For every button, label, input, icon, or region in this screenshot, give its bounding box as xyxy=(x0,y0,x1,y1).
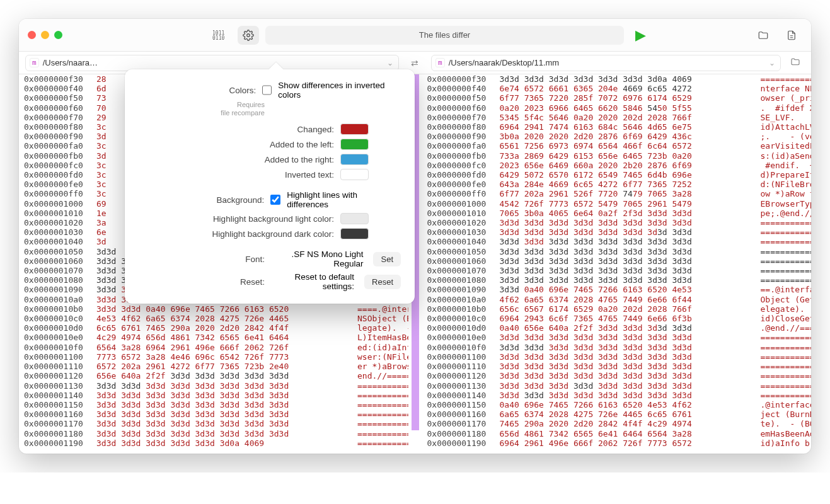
hex-row: 0x0000000f40 6e74 6572 6661 6365 204e 46… xyxy=(427,84,807,93)
binary-icon[interactable]: 10110110 xyxy=(207,26,231,45)
hl-dark-color-swatch[interactable] xyxy=(340,228,369,239)
svg-point-2 xyxy=(247,33,250,37)
hex-row: 0x0000001120 3d3d 3d3d 3d3d 3d3d 3d3d 3d… xyxy=(427,371,807,381)
hex-row: 0x00000010f0 6564 3a28 6964 2961 496e 66… xyxy=(24,343,403,352)
hex-row: 0x0000001140 3d3d 3d3d 3d3d 3d3d 3d3d 3d… xyxy=(427,391,807,400)
zoom-icon[interactable] xyxy=(54,31,62,39)
hex-row: 0x0000000f80 6964 2941 7474 6163 684c 56… xyxy=(427,122,807,132)
hex-row: 0x0000001190 6964 2961 496e 666f 2062 72… xyxy=(427,438,807,448)
hex-row: 0x0000000f50 6f77 7365 7220 285f 7072 69… xyxy=(427,93,807,103)
hex-row: 0x0000001070 3d3d 3d3d 3d3d 3d3d 3d3d 3d… xyxy=(427,266,807,275)
close-icon[interactable] xyxy=(28,31,36,39)
hex-row: 0x0000001130 3d3d 3d3d 3d3d 3d3d 3d3d 3d… xyxy=(427,381,807,391)
added-right-color-swatch[interactable] xyxy=(340,154,369,165)
hex-row: 0x0000000f70 5345 5f4c 5646 0a20 2020 20… xyxy=(427,113,807,122)
inverted-colors-checkbox[interactable] xyxy=(262,85,272,95)
hex-row: 0x0000001050 3d3d 3d3d 3d3d 3d3d 3d3d 3d… xyxy=(427,247,807,256)
settings-button[interactable] xyxy=(238,26,259,45)
hex-row: 0x00000010b0 3d3d 3d3d 0a40 696e 7465 72… xyxy=(24,304,403,314)
added-left-color-swatch[interactable] xyxy=(340,139,369,150)
window-controls[interactable] xyxy=(28,31,62,39)
hex-row: 0x0000001180 656d 4861 7342 6565 6e41 64… xyxy=(427,429,807,438)
hex-row: 0x00000010c0 6964 2943 6c6f 7365 4765 74… xyxy=(427,314,807,323)
hex-row: 0x00000010b0 656c 6567 6174 6529 0a20 20… xyxy=(427,304,807,314)
hex-row: 0x0000000f30 3d3d 3d3d 3d3d 3d3d 3d3d 3d… xyxy=(427,74,807,84)
hex-row: 0x0000001080 3d3d 3d3d 3d3d 3d3d 3d3d 3d… xyxy=(427,275,807,285)
chevron-down-icon[interactable]: ⌄ xyxy=(769,59,775,67)
hex-row: 0x00000010f0 3d3d 3d3d 3d3d 3d3d 3d3d 3d… xyxy=(427,343,807,352)
hex-row: 0x0000001140 3d3d 3d3d 3d3d 3d3d 3d3d 3d… xyxy=(24,391,403,400)
hex-row: 0x00000010e0 3d3d 3d3d 3d3d 3d3d 3d3d 3d… xyxy=(427,333,807,342)
svg-text:0110: 0110 xyxy=(212,35,224,41)
hex-row: 0x0000000fe0 643a 284e 4669 6c65 4272 6f… xyxy=(427,180,807,189)
hex-row: 0x0000001170 7465 290a 2020 2d20 2842 4f… xyxy=(427,419,807,428)
hex-row: 0x00000010e0 4c29 4974 656d 4861 7342 65… xyxy=(24,333,403,342)
hex-row: 0x0000000fb0 733a 2869 6429 6153 656e 64… xyxy=(427,151,807,161)
hl-light-color-swatch[interactable] xyxy=(340,213,369,224)
hex-row: 0x0000001040 3d3d 3d3d 3d3d 3d3d 3d3d 3d… xyxy=(427,237,807,246)
hex-row: 0x0000001150 3d3d 3d3d 3d3d 3d3d 3d3d 3d… xyxy=(24,400,403,410)
open-file-button[interactable] xyxy=(781,26,802,45)
hex-row: 0x0000001100 3d3d 3d3d 3d3d 3d3d 3d3d 3d… xyxy=(427,352,807,362)
hex-row: 0x0000001020 3d3d 3d3d 3d3d 3d3d 3d3d 3d… xyxy=(427,218,807,227)
hex-row: 0x00000010d0 6c65 6761 7465 290a 2020 2d… xyxy=(24,323,403,333)
hex-row: 0x0000001110 3d3d 3d3d 3d3d 3d3d 3d3d 3d… xyxy=(427,362,807,371)
left-path-input[interactable]: m /Users/naara… ⌄ xyxy=(25,55,399,71)
run-button[interactable]: ▶ xyxy=(630,26,651,45)
file-type-icon: m xyxy=(435,58,445,67)
hex-row: 0x00000010c0 4e53 4f62 6a65 6374 2028 42… xyxy=(24,314,403,323)
highlight-lines-checkbox[interactable] xyxy=(270,195,280,205)
hex-row: 0x0000001150 0a40 696e 7465 7266 6163 65… xyxy=(427,400,807,410)
settings-popover: Colors: Show differences in inverted col… xyxy=(125,69,415,304)
hex-row: 0x0000001160 3d3d 3d3d 3d3d 3d3d 3d3d 3d… xyxy=(24,410,403,419)
file-type-icon: m xyxy=(30,58,39,67)
right-path-input[interactable]: m /Users/naarak/Desktop/11.mm ⌄ xyxy=(431,55,781,71)
hex-row: 0x0000001010 7065 3b0a 4065 6e64 0a2f 2f… xyxy=(427,209,807,218)
hex-row: 0x0000000fc0 2023 656e 6469 660a 2020 2b… xyxy=(427,161,807,170)
hex-row: 0x0000001120 656e 640a 2f2f 3d3d 3d3d 3d… xyxy=(24,371,403,381)
hex-row: 0x0000000fa0 6561 7256 6973 6974 6564 46… xyxy=(427,141,807,151)
hex-row: 0x0000001030 3d3d 3d3d 3d3d 3d3d 3d3d 3d… xyxy=(427,227,807,237)
hex-row: 0x0000001190 3d3d 3d3d 3d3d 3d3d 3d3d 3d… xyxy=(24,438,403,448)
right-hex-pane[interactable]: 0x0000000f30 3d3d 3d3d 3d3d 3d3d 3d3d 3d… xyxy=(422,74,812,454)
hex-row: 0x0000000ff0 6f77 202a 2961 526f 7720 74… xyxy=(427,189,807,198)
inverted-text-color-swatch[interactable] xyxy=(340,169,369,180)
hex-row: 0x0000001130 3d3d 3d3d 3d3d 3d3d 3d3d 3d… xyxy=(24,381,403,391)
hex-row: 0x0000000fd0 6429 5072 6570 6172 6549 74… xyxy=(427,170,807,180)
hex-row: 0x0000001000 4542 726f 7773 6572 5479 70… xyxy=(427,199,807,209)
open-folder-button[interactable] xyxy=(752,26,775,45)
browse-button[interactable] xyxy=(786,57,805,69)
minimize-icon[interactable] xyxy=(41,31,49,39)
chevron-down-icon[interactable]: ⌄ xyxy=(387,59,393,67)
hex-row: 0x0000001110 6572 202a 2961 4272 6f77 73… xyxy=(24,362,403,371)
hex-row: 0x0000000f60 0a20 2023 6966 6465 6620 58… xyxy=(427,103,807,113)
hex-row: 0x0000001170 3d3d 3d3d 3d3d 3d3d 3d3d 3d… xyxy=(24,419,403,428)
hex-row: 0x00000010d0 0a40 656e 640a 2f2f 3d3d 3d… xyxy=(427,323,807,333)
hex-row: 0x0000001060 3d3d 3d3d 3d3d 3d3d 3d3d 3d… xyxy=(427,256,807,266)
set-font-button[interactable]: Set xyxy=(373,252,401,266)
hex-row: 0x0000001180 3d3d 3d3d 3d3d 3d3d 3d3d 3d… xyxy=(24,429,403,438)
hex-row: 0x00000010a0 4f62 6a65 6374 2028 4765 74… xyxy=(427,295,807,304)
hex-row: 0x0000001090 3d3d 0a40 696e 7465 7266 61… xyxy=(427,285,807,294)
hex-row: 0x0000001100 7773 6572 3a28 4e46 696c 65… xyxy=(24,352,403,362)
hex-row: 0x0000000f90 3b0a 2020 2020 2d20 2876 6f… xyxy=(427,132,807,141)
reset-button[interactable]: Reset xyxy=(364,275,401,289)
status-text: The files differ xyxy=(265,26,624,45)
hex-row: 0x0000001160 6a65 6374 2028 4275 726e 44… xyxy=(427,410,807,419)
changed-color-swatch[interactable] xyxy=(340,123,369,135)
